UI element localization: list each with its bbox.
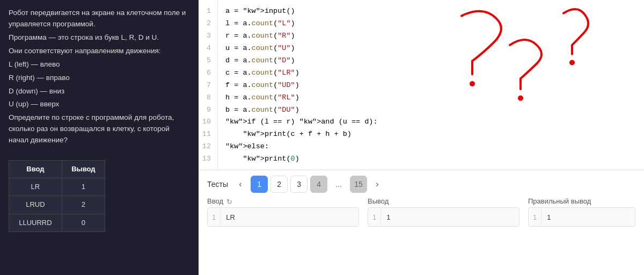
correct-block: Правильный вывод 1 1 [528, 197, 635, 227]
problem-description: Робот передвигается на экране на клеточн… [9, 8, 190, 148]
output-content: 1 1 [368, 207, 519, 227]
table-input: LR [9, 178, 62, 196]
code-line: h = a.count("RL") [225, 92, 639, 104]
line-number: 7 [199, 79, 214, 92]
input-block: Ввод ↻ 1 LR [207, 197, 359, 227]
problem-line-3: Они соответствуют направлениям движения: [9, 46, 190, 57]
code-line: a = "kw">input() [225, 5, 639, 18]
line-numbers: 12345678910111213 [199, 0, 218, 170]
output-value: 1 [381, 209, 396, 226]
line-number: 12 [199, 141, 214, 153]
problem-line-4: L (left) — влево [9, 59, 190, 70]
code-area: 12345678910111213 a = "kw">input()l = a.… [199, 0, 644, 170]
code-line: l = a.count("L") [225, 18, 639, 30]
line-number: 2 [199, 18, 214, 30]
table-row: LLUURRD0 [9, 214, 105, 231]
page-1-button[interactable]: 1 [251, 176, 268, 193]
line-number: 5 [199, 55, 214, 67]
line-number: 8 [199, 92, 214, 104]
left-panel: Робот передвигается на экране на клеточн… [0, 0, 199, 275]
code-line: "kw">else: [225, 141, 639, 153]
tests-label: Тесты [207, 180, 228, 189]
output-block: Вывод 1 1 [368, 197, 519, 227]
problem-line-7: U (up) — вверх [9, 99, 190, 110]
correct-label: Правильный вывод [528, 197, 635, 205]
line-number: 10 [199, 116, 214, 128]
page-4-button[interactable]: 4 [310, 176, 327, 193]
correct-index: 1 [529, 208, 541, 226]
prev-page-button[interactable]: ‹ [233, 177, 248, 192]
code-line: d = a.count("D") [225, 55, 639, 67]
output-index: 1 [368, 208, 381, 226]
correct-content: 1 1 [528, 207, 635, 227]
right-panel: 12345678910111213 a = "kw">input()l = a.… [199, 0, 644, 275]
line-number: 9 [199, 104, 214, 117]
line-number: 3 [199, 30, 214, 42]
io-section: Ввод ↻ 1 LR Вывод 1 1 Пра [207, 197, 635, 227]
line-number: 4 [199, 42, 214, 55]
correct-value: 1 [541, 209, 556, 226]
line-number: 6 [199, 67, 214, 79]
output-label: Вывод [368, 197, 519, 205]
page-3-button[interactable]: 3 [290, 176, 308, 193]
code-line: c = a.count("LR") [225, 67, 639, 79]
code-line: "kw">print(0) [225, 153, 639, 165]
page-dots: ... [330, 176, 347, 193]
input-index: 1 [208, 208, 221, 226]
line-number: 1 [199, 5, 214, 18]
table-output: 2 [62, 196, 105, 214]
problem-line-8: Определите по строке с программой для ро… [9, 112, 190, 146]
table-row: LRUD2 [9, 196, 105, 214]
code-lines[interactable]: a = "kw">input()l = a.count("L")r = a.co… [218, 0, 644, 170]
line-number: 11 [199, 128, 214, 141]
problem-line-6: D (down) — вниз [9, 86, 190, 97]
table-output: 1 [62, 178, 105, 196]
refresh-icon[interactable]: ↻ [226, 198, 234, 205]
code-line: "kw">if (l == r) "kw">and (u == d): [225, 116, 639, 128]
table-input: LRUD [9, 196, 62, 214]
code-line: b = a.count("DU") [225, 104, 639, 117]
problem-line-2: Программа — это строка из букв L, R, D и… [9, 32, 190, 44]
page-2-button[interactable]: 2 [270, 176, 288, 193]
output-column-header: Вывод [62, 161, 105, 178]
tests-nav: Тесты ‹ 1 2 3 4 ... 15 › [207, 176, 635, 193]
table-output: 0 [62, 214, 105, 231]
page-15-button[interactable]: 15 [350, 176, 367, 193]
table-row: LR1 [9, 178, 105, 196]
input-label: Ввод ↻ [207, 197, 359, 205]
table-input: LLUURRD [9, 214, 62, 231]
example-table: Ввод Вывод LR1LRUD2LLUURRD0 [9, 160, 105, 232]
input-content: 1 LR [207, 207, 359, 227]
code-editor: 12345678910111213 a = "kw">input()l = a.… [199, 0, 644, 170]
code-line: f = a.count("UD") [225, 79, 639, 92]
code-line: "kw">print(c + f + h + b) [225, 128, 639, 141]
code-line: u = a.count("U") [225, 42, 639, 55]
input-column-header: Ввод [9, 161, 62, 178]
problem-line-5: R (right) — вправо [9, 73, 190, 84]
next-page-button[interactable]: › [370, 177, 385, 192]
input-value: LR [221, 209, 240, 226]
line-number: 13 [199, 153, 214, 165]
problem-line-1: Робот передвигается на экране на клеточн… [9, 8, 190, 30]
code-line: r = a.count("R") [225, 30, 639, 42]
bottom-panel: Тесты ‹ 1 2 3 4 ... 15 › Ввод ↻ 1 LR [199, 170, 644, 275]
